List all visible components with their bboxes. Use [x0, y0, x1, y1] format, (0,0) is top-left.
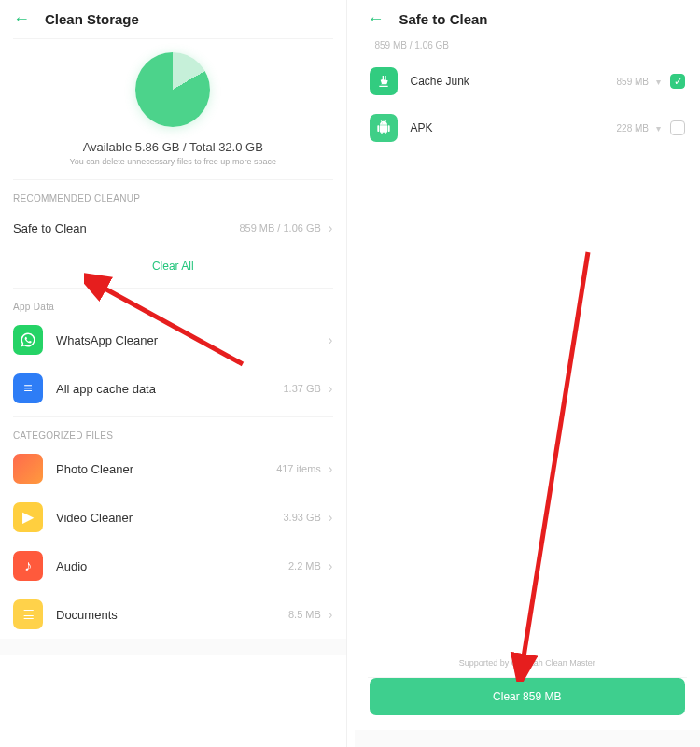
document-icon: ≣	[13, 599, 43, 629]
clean-storage-panel: ← Clean Storage Available 5.86 GB / Tota…	[0, 0, 347, 747]
cache-junk-row[interactable]: Cache Junk 859 MB ▾	[355, 58, 701, 105]
apk-meta: 228 MB	[617, 123, 649, 134]
chevron-right-icon: ›	[329, 220, 333, 235]
safe-to-clean-row[interactable]: Safe to Clean 859 MB / 1.06 GB ›	[0, 207, 346, 248]
all-app-cache-row[interactable]: ≡ All app cache data 1.37 GB ›	[0, 364, 346, 413]
page-title-right: Safe to Clean	[399, 11, 488, 27]
apk-row[interactable]: APK 228 MB ▾	[355, 105, 701, 151]
chevron-right-icon: ›	[329, 461, 333, 476]
chevron-right-icon: ›	[329, 332, 333, 347]
back-icon[interactable]: ←	[368, 9, 385, 29]
chevron-right-icon: ›	[329, 607, 333, 622]
video-cleaner-row[interactable]: ▶ Video Cleaner 3.93 GB ›	[0, 493, 346, 542]
video-cleaner-label: Video Cleaner	[56, 511, 283, 525]
header-left: ← Clean Storage	[0, 0, 346, 35]
apk-checkbox[interactable]	[670, 120, 685, 135]
audio-label: Audio	[56, 559, 288, 573]
whatsapp-icon	[13, 325, 43, 355]
video-icon: ▶	[13, 502, 43, 532]
chevron-right-icon: ›	[329, 381, 333, 396]
chevron-down-icon[interactable]: ▾	[656, 123, 661, 134]
cache-junk-label: Cache Junk	[411, 75, 617, 88]
clear-button[interactable]: Clear 859 MB	[370, 678, 686, 715]
nav-bar	[355, 730, 701, 747]
divider	[13, 179, 333, 180]
documents-meta: 8.5 MB	[288, 609, 321, 620]
back-icon[interactable]: ←	[13, 9, 30, 29]
header-right: ← Safe to Clean	[355, 0, 701, 35]
chevron-right-icon: ›	[329, 510, 333, 525]
section-categorized: CATEGORIZED FILES	[0, 421, 346, 444]
photo-cleaner-row[interactable]: Photo Cleaner 417 items ›	[0, 444, 346, 493]
divider	[13, 416, 333, 417]
section-recommended: RECOMMENDED CLEANUP	[0, 184, 346, 207]
divider	[13, 288, 333, 289]
section-app-data: App Data	[0, 292, 346, 316]
photo-cleaner-meta: 417 items	[276, 463, 321, 474]
audio-meta: 2.2 MB	[288, 560, 321, 571]
support-text: Supported by Cheetah Clean Master	[355, 658, 701, 677]
safe-to-clean-meta: 859 MB / 1.06 GB	[239, 222, 320, 233]
audio-row[interactable]: ♪ Audio 2.2 MB ›	[0, 542, 346, 590]
android-icon	[370, 114, 398, 142]
documents-row[interactable]: ≣ Documents 8.5 MB ›	[0, 590, 346, 639]
all-app-cache-label: All app cache data	[56, 382, 283, 396]
all-app-cache-meta: 1.37 GB	[283, 383, 320, 394]
chevron-right-icon: ›	[329, 558, 333, 573]
video-cleaner-meta: 3.93 GB	[283, 512, 320, 523]
safe-to-clean-panel: ← Safe to Clean 859 MB / 1.06 GB Cache J…	[355, 0, 701, 747]
clear-all-button[interactable]: Clear All	[0, 248, 346, 284]
nav-bar	[0, 639, 346, 655]
broom-icon	[370, 67, 398, 95]
safe-to-clean-label: Safe to Clean	[13, 221, 239, 235]
page-title-left: Clean Storage	[45, 11, 139, 27]
cache-junk-meta: 859 MB	[617, 77, 649, 87]
stack-icon: ≡	[13, 374, 43, 403]
size-subheader: 859 MB / 1.06 GB	[355, 35, 701, 58]
documents-label: Documents	[56, 608, 288, 622]
audio-icon: ♪	[13, 551, 43, 581]
available-subtext: You can delete unnecessary files to free…	[70, 157, 276, 166]
photo-icon	[13, 454, 43, 484]
whatsapp-cleaner-row[interactable]: WhatsApp Cleaner ›	[0, 316, 346, 364]
available-text: Available 5.86 GB / Total 32.0 GB	[83, 140, 263, 154]
apk-label: APK	[411, 121, 617, 134]
storage-pie-icon	[135, 52, 210, 127]
chevron-down-icon[interactable]: ▾	[656, 77, 661, 87]
cache-junk-checkbox[interactable]	[670, 74, 685, 89]
photo-cleaner-label: Photo Cleaner	[56, 462, 276, 476]
whatsapp-cleaner-label: WhatsApp Cleaner	[56, 333, 321, 347]
storage-summary: Available 5.86 GB / Total 32.0 GB You ca…	[0, 39, 346, 176]
